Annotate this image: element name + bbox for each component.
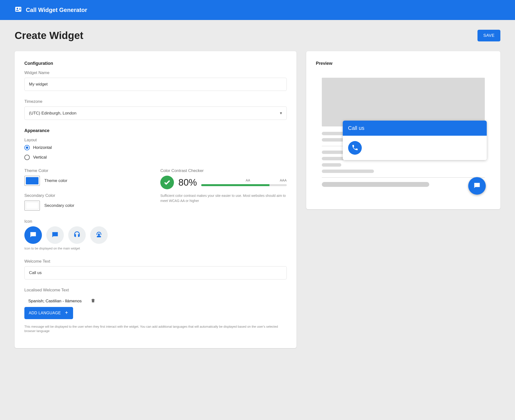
skeleton-line	[322, 163, 341, 167]
icon-choice-headset[interactable]	[68, 226, 86, 244]
contrast-bar	[201, 184, 286, 186]
localised-help-text: This message will be displayed to the us…	[24, 325, 287, 333]
timezone-select[interactable]: (UTC) Edinburgh, London ▾	[24, 106, 287, 120]
timezone-label: Timezone	[24, 99, 287, 104]
contrast-help-text: Sufficient color contrast makes your sit…	[160, 193, 286, 203]
localised-welcome-label: Localised Welcome Text	[24, 288, 287, 293]
icon-choice-message[interactable]	[24, 226, 42, 244]
preview-call-button[interactable]	[348, 141, 362, 155]
check-icon	[160, 176, 174, 189]
preview-canvas: Call us	[316, 72, 491, 200]
layout-option-vertical[interactable]: Vertical	[24, 155, 287, 160]
theme-color-swatch[interactable]	[24, 176, 40, 186]
configuration-title: Configuration	[24, 61, 287, 66]
topbar: Call Widget Generator	[0, 0, 515, 20]
radio-unchecked-icon	[24, 155, 30, 160]
contrast-percent: 80%	[178, 177, 197, 188]
brand: Call Widget Generator	[15, 6, 87, 14]
message-icon	[29, 231, 37, 240]
headset-icon	[73, 231, 81, 240]
icon-help-text: Icon to be displayed on the main widget	[24, 246, 287, 251]
add-language-label: ADD LANGUAGE	[29, 311, 61, 315]
message-icon	[473, 181, 481, 191]
preview-fab-button[interactable]	[468, 177, 486, 195]
chevron-down-icon: ▾	[280, 111, 282, 116]
trash-icon	[90, 300, 96, 304]
skeleton-line	[322, 182, 429, 187]
skeleton-line	[322, 157, 345, 160]
layout-label: Layout	[24, 138, 287, 143]
secondary-color-name: Secondary color	[44, 203, 74, 208]
phone-icon	[352, 144, 358, 152]
brand-title: Call Widget Generator	[26, 7, 87, 13]
contrast-tick-aa: AA	[246, 178, 250, 182]
layout-option-horizontal-label: Horizontal	[33, 145, 52, 150]
page-header: Create Widget SAVE	[15, 30, 500, 41]
save-button[interactable]: SAVE	[477, 30, 500, 41]
preview-title: Preview	[316, 61, 491, 66]
agent-icon	[95, 231, 103, 240]
chat-dots-icon	[51, 231, 59, 240]
page-title: Create Widget	[15, 30, 83, 41]
widget-name-input[interactable]	[24, 78, 287, 91]
icon-label: Icon	[24, 219, 287, 224]
welcome-text-input[interactable]	[24, 266, 287, 279]
appearance-title: Appearance	[24, 128, 287, 133]
configuration-card: Configuration Widget Name Timezone (UTC)…	[15, 51, 296, 348]
add-language-button[interactable]: ADD LANGUAGE	[24, 307, 73, 319]
localised-item-text: Spanish; Castilian - llámenos	[28, 299, 82, 304]
layout-option-vertical-label: Vertical	[33, 155, 47, 160]
timezone-value: (UTC) Edinburgh, London	[29, 111, 76, 116]
skeleton-line	[322, 170, 374, 173]
preview-card: Preview Call us	[306, 51, 500, 209]
localised-item-row: Spanish; Castilian - llámenos	[24, 295, 287, 307]
plus-icon	[64, 310, 69, 316]
contact-card-icon	[15, 6, 22, 14]
widget-name-label: Widget Name	[24, 70, 287, 75]
preview-popup-title: Call us	[343, 121, 487, 136]
contrast-tick-aaa: AAA	[280, 178, 287, 182]
preview-widget-popup: Call us	[343, 121, 487, 160]
contrast-label: Color Contrast Checker	[160, 168, 286, 173]
icon-choice-agent[interactable]	[90, 226, 108, 244]
welcome-text-label: Welcome Text	[24, 259, 287, 264]
secondary-color-swatch[interactable]	[24, 200, 40, 211]
skeleton-hero	[322, 78, 485, 126]
icon-choice-chat-dots[interactable]	[46, 226, 64, 244]
delete-localised-button[interactable]	[90, 298, 96, 304]
skeleton-divider	[322, 177, 485, 178]
layout-option-horizontal[interactable]: Horizontal	[24, 145, 287, 150]
theme-color-name: Theme color	[44, 178, 67, 183]
theme-color-label: Theme Color	[24, 168, 151, 173]
secondary-color-label: Secondary Color	[24, 193, 151, 198]
radio-checked-icon	[24, 145, 30, 150]
